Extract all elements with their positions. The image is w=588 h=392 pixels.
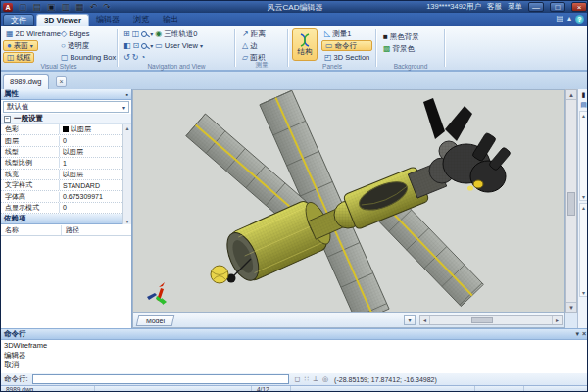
property-row[interactable]: 线宽 以图层 bbox=[1, 170, 131, 180]
zoom-extents-icon[interactable]: ⊡ bbox=[133, 41, 140, 50]
chevron-down-icon[interactable]: ▾ bbox=[575, 330, 579, 338]
properties-selector[interactable]: 默认值 ▾ bbox=[3, 101, 129, 113]
dock-scroll-area[interactable]: ▴ ▾ bbox=[579, 203, 588, 297]
table-icon[interactable]: ▤ bbox=[578, 101, 588, 109]
canvas-vertical-scrollbar[interactable]: ▴ ▾ bbox=[565, 89, 577, 313]
osnap-icon[interactable]: ◎ bbox=[322, 375, 328, 383]
scroll-up-icon[interactable]: ▴ bbox=[580, 112, 587, 119]
tab-output[interactable]: 输出 bbox=[156, 14, 185, 26]
scroll-down-icon[interactable]: ▾ bbox=[580, 193, 587, 200]
measure-distance-button[interactable]: ↗距离 bbox=[239, 28, 269, 39]
close-icon[interactable]: × bbox=[582, 330, 586, 338]
edges-button[interactable]: ◇Edges bbox=[58, 28, 119, 39]
dock-scroll-area[interactable]: ▴ ▾ bbox=[579, 111, 588, 201]
zoom-out-icon[interactable] bbox=[141, 43, 147, 49]
surface-icon: ● bbox=[7, 41, 12, 50]
scrollbar-thumb[interactable] bbox=[471, 317, 493, 323]
background-color-button[interactable]: ▩背景色 bbox=[380, 43, 422, 54]
property-row[interactable]: 图层 0 bbox=[1, 135, 131, 146]
customer-service-link[interactable]: 客服 bbox=[487, 2, 502, 12]
property-row[interactable]: 点显示模式 0 bbox=[1, 203, 131, 214]
transparency-button[interactable]: ○透明度 bbox=[58, 40, 119, 51]
scroll-up-icon[interactable]: ▴ bbox=[580, 204, 587, 211]
property-row[interactable]: 线型 以图层 bbox=[1, 147, 131, 158]
viewport-3d[interactable] bbox=[132, 89, 565, 313]
3d-section-button[interactable]: ◰3D Section bbox=[321, 52, 372, 63]
orbit-button[interactable]: 三维轨道0 bbox=[164, 29, 197, 39]
undo-icon[interactable]: ↶ bbox=[90, 2, 98, 12]
minimize-button[interactable]: — bbox=[528, 2, 544, 12]
snap-mode-icon[interactable]: ◻ bbox=[295, 375, 301, 383]
tab-3d-viewer[interactable]: 3D Viewer bbox=[36, 14, 89, 26]
redo-icon[interactable]: ↷ bbox=[103, 2, 111, 12]
chevron-down-icon: ▾ bbox=[122, 104, 125, 111]
ortho-icon[interactable]: ⊥ bbox=[313, 375, 318, 383]
canvas-horizontal-scrollbar[interactable]: ◂ ▸ bbox=[419, 315, 563, 325]
group-caption: Background bbox=[377, 63, 444, 70]
bounding-box-button[interactable]: ▢Bounding Box bbox=[58, 52, 119, 63]
maximize-button[interactable]: □ bbox=[550, 2, 565, 12]
structure-panel-button[interactable]: 结构 bbox=[292, 28, 318, 61]
document-close-icon[interactable]: × bbox=[56, 76, 67, 87]
layout-list-button[interactable]: ▾ bbox=[404, 315, 416, 325]
document-tab[interactable]: 8989.dwg bbox=[3, 74, 49, 89]
scroll-right-icon[interactable]: ▸ bbox=[552, 316, 562, 324]
tab-model[interactable]: Model bbox=[136, 315, 175, 326]
title-bar: A ▢ ▤ ▣ ▥ ▦ ↶ ↷ 风云CAD编辑器 139****3492用户 客… bbox=[1, 1, 588, 13]
tab-browse[interactable]: 浏览 bbox=[126, 14, 156, 26]
space-station-model bbox=[133, 90, 565, 313]
open-file-icon[interactable]: ▤ bbox=[33, 2, 42, 12]
pin-icon[interactable]: ▪ bbox=[126, 91, 128, 98]
group-measure: ↗距离 △边 ▱面积 测量 bbox=[236, 26, 287, 70]
measure-edge-button[interactable]: △边 bbox=[239, 40, 269, 51]
black-background-button[interactable]: ■黑色背景 bbox=[380, 31, 422, 42]
surface-button[interactable]: ●表面▾ bbox=[3, 40, 38, 51]
panel-grip-icon[interactable]: ▮ bbox=[578, 91, 588, 99]
measure1-panel-button[interactable]: ◺测量1 bbox=[321, 28, 372, 39]
collapse-box-icon[interactable]: − bbox=[4, 116, 11, 122]
collapse-ribbon-icon[interactable]: ▴ bbox=[567, 14, 571, 24]
measure1-icon: ◺ bbox=[324, 29, 330, 38]
zoom-window-icon[interactable]: ◫ bbox=[132, 29, 140, 38]
scroll-up-icon[interactable]: ▴ bbox=[566, 90, 576, 100]
wireframe-button[interactable]: ◫线框 bbox=[3, 52, 34, 63]
command-input[interactable] bbox=[32, 374, 289, 384]
app-logo-icon[interactable]: A bbox=[3, 3, 13, 12]
property-row[interactable]: 文字样式 STANDARD bbox=[1, 180, 131, 191]
save-as-icon[interactable]: ▥ bbox=[62, 2, 71, 12]
tab-editor[interactable]: 编辑器 bbox=[89, 14, 126, 26]
scroll-down-icon[interactable]: ▾ bbox=[123, 218, 131, 224]
group-background: ■黑色背景 ▩背景色 Background bbox=[377, 26, 444, 70]
scroll-left-icon[interactable]: ◂ bbox=[420, 316, 430, 324]
tab-file[interactable]: 文件 bbox=[3, 14, 34, 26]
orbit-constrained-icon[interactable]: ◔ bbox=[140, 53, 145, 62]
grid-icon[interactable]: ∷ bbox=[304, 375, 308, 383]
pan-alt-icon[interactable]: ◧ bbox=[123, 41, 131, 50]
column-path[interactable]: 路径 bbox=[62, 225, 131, 235]
orbit-free-icon[interactable]: ↺ bbox=[123, 53, 130, 62]
user-view-button[interactable]: User View bbox=[165, 41, 198, 50]
scrollbar-thumb[interactable] bbox=[567, 192, 575, 216]
2d-wireframe-button[interactable]: ▦2D Wireframe bbox=[3, 28, 64, 39]
scroll-down-icon[interactable]: ▾ bbox=[580, 289, 587, 296]
property-row[interactable]: 色彩 以图层 bbox=[1, 124, 131, 135]
command-line-panel-button[interactable]: ▭命令行 bbox=[321, 40, 372, 51]
close-button[interactable]: × bbox=[571, 2, 587, 12]
property-row[interactable]: 字体高 0.675309971 bbox=[1, 191, 131, 202]
help-icon[interactable]: ? bbox=[575, 15, 584, 24]
status-counter: 4/12 bbox=[252, 386, 291, 392]
new-file-icon[interactable]: ▢ bbox=[19, 2, 27, 12]
properties-group-row[interactable]: − 一般设置 bbox=[1, 114, 131, 124]
properties-scrollbar[interactable]: ▴ ▾ bbox=[122, 124, 131, 224]
print-icon[interactable]: ▦ bbox=[75, 2, 84, 12]
scroll-up-icon[interactable]: ▴ bbox=[123, 124, 131, 131]
zoom-icon[interactable] bbox=[141, 31, 147, 37]
menu-link[interactable]: 菜单 bbox=[508, 2, 522, 12]
save-icon[interactable]: ▣ bbox=[47, 2, 56, 12]
property-row[interactable]: 线型比例 1 bbox=[1, 158, 131, 169]
toolbar-popout-icon[interactable]: ▤ bbox=[556, 14, 564, 24]
pan-icon[interactable]: ⊞ bbox=[123, 29, 130, 38]
orbit-continuous-icon[interactable]: ↻ bbox=[132, 53, 139, 62]
column-name[interactable]: 名称 bbox=[1, 225, 62, 235]
scroll-down-icon[interactable]: ▾ bbox=[566, 302, 576, 312]
